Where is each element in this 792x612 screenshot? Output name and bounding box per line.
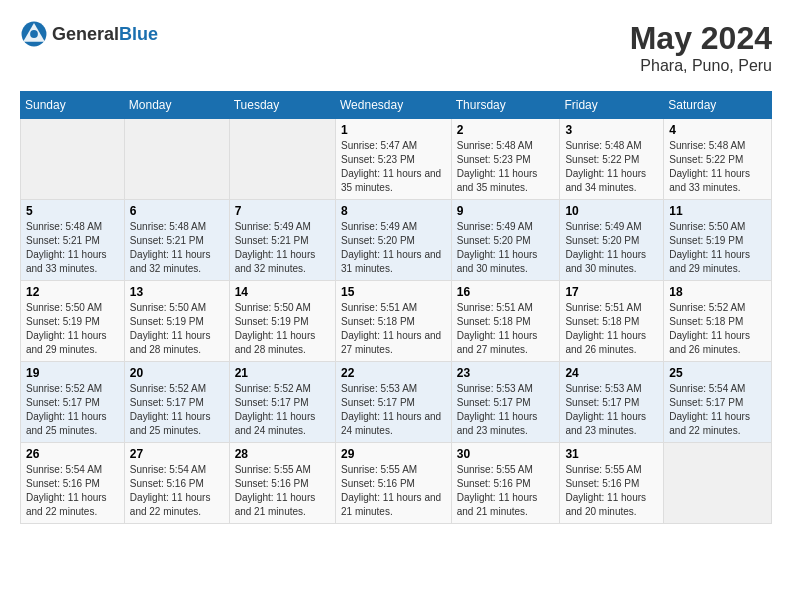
table-row: 2 Sunrise: 5:48 AMSunset: 5:23 PMDayligh… xyxy=(451,119,560,200)
calendar-week-row: 12 Sunrise: 5:50 AMSunset: 5:19 PMDaylig… xyxy=(21,281,772,362)
day-number: 17 xyxy=(565,285,658,299)
table-row: 16 Sunrise: 5:51 AMSunset: 5:18 PMDaylig… xyxy=(451,281,560,362)
day-info: Sunrise: 5:54 AMSunset: 5:16 PMDaylight:… xyxy=(26,463,119,519)
day-number: 23 xyxy=(457,366,555,380)
day-number: 18 xyxy=(669,285,766,299)
subtitle: Phara, Puno, Peru xyxy=(630,57,772,75)
day-info: Sunrise: 5:53 AMSunset: 5:17 PMDaylight:… xyxy=(341,382,446,438)
table-row: 27 Sunrise: 5:54 AMSunset: 5:16 PMDaylig… xyxy=(124,443,229,524)
table-row: 12 Sunrise: 5:50 AMSunset: 5:19 PMDaylig… xyxy=(21,281,125,362)
day-info: Sunrise: 5:48 AMSunset: 5:21 PMDaylight:… xyxy=(130,220,224,276)
day-info: Sunrise: 5:52 AMSunset: 5:17 PMDaylight:… xyxy=(130,382,224,438)
svg-point-2 xyxy=(30,30,38,38)
day-number: 25 xyxy=(669,366,766,380)
day-number: 6 xyxy=(130,204,224,218)
table-row: 1 Sunrise: 5:47 AMSunset: 5:23 PMDayligh… xyxy=(336,119,452,200)
day-info: Sunrise: 5:48 AMSunset: 5:21 PMDaylight:… xyxy=(26,220,119,276)
day-info: Sunrise: 5:50 AMSunset: 5:19 PMDaylight:… xyxy=(26,301,119,357)
table-row: 3 Sunrise: 5:48 AMSunset: 5:22 PMDayligh… xyxy=(560,119,664,200)
table-row: 4 Sunrise: 5:48 AMSunset: 5:22 PMDayligh… xyxy=(664,119,772,200)
table-row xyxy=(21,119,125,200)
table-row xyxy=(124,119,229,200)
day-number: 31 xyxy=(565,447,658,461)
table-row: 13 Sunrise: 5:50 AMSunset: 5:19 PMDaylig… xyxy=(124,281,229,362)
day-number: 29 xyxy=(341,447,446,461)
header-tuesday: Tuesday xyxy=(229,92,335,119)
day-number: 5 xyxy=(26,204,119,218)
table-row: 20 Sunrise: 5:52 AMSunset: 5:17 PMDaylig… xyxy=(124,362,229,443)
day-number: 2 xyxy=(457,123,555,137)
table-row: 26 Sunrise: 5:54 AMSunset: 5:16 PMDaylig… xyxy=(21,443,125,524)
day-number: 10 xyxy=(565,204,658,218)
table-row: 15 Sunrise: 5:51 AMSunset: 5:18 PMDaylig… xyxy=(336,281,452,362)
day-info: Sunrise: 5:51 AMSunset: 5:18 PMDaylight:… xyxy=(341,301,446,357)
day-number: 14 xyxy=(235,285,330,299)
table-row: 10 Sunrise: 5:49 AMSunset: 5:20 PMDaylig… xyxy=(560,200,664,281)
day-info: Sunrise: 5:49 AMSunset: 5:20 PMDaylight:… xyxy=(457,220,555,276)
table-row xyxy=(229,119,335,200)
table-row: 29 Sunrise: 5:55 AMSunset: 5:16 PMDaylig… xyxy=(336,443,452,524)
day-number: 8 xyxy=(341,204,446,218)
table-row: 8 Sunrise: 5:49 AMSunset: 5:20 PMDayligh… xyxy=(336,200,452,281)
calendar-week-row: 5 Sunrise: 5:48 AMSunset: 5:21 PMDayligh… xyxy=(21,200,772,281)
day-number: 15 xyxy=(341,285,446,299)
day-info: Sunrise: 5:48 AMSunset: 5:22 PMDaylight:… xyxy=(669,139,766,195)
table-row: 11 Sunrise: 5:50 AMSunset: 5:19 PMDaylig… xyxy=(664,200,772,281)
day-number: 9 xyxy=(457,204,555,218)
table-row: 17 Sunrise: 5:51 AMSunset: 5:18 PMDaylig… xyxy=(560,281,664,362)
day-info: Sunrise: 5:50 AMSunset: 5:19 PMDaylight:… xyxy=(669,220,766,276)
day-info: Sunrise: 5:51 AMSunset: 5:18 PMDaylight:… xyxy=(457,301,555,357)
header-sunday: Sunday xyxy=(21,92,125,119)
header-friday: Friday xyxy=(560,92,664,119)
day-info: Sunrise: 5:49 AMSunset: 5:20 PMDaylight:… xyxy=(341,220,446,276)
day-info: Sunrise: 5:55 AMSunset: 5:16 PMDaylight:… xyxy=(235,463,330,519)
calendar-week-row: 19 Sunrise: 5:52 AMSunset: 5:17 PMDaylig… xyxy=(21,362,772,443)
day-number: 21 xyxy=(235,366,330,380)
day-number: 26 xyxy=(26,447,119,461)
main-title: May 2024 xyxy=(630,20,772,57)
logo-icon xyxy=(20,20,48,48)
table-row: 6 Sunrise: 5:48 AMSunset: 5:21 PMDayligh… xyxy=(124,200,229,281)
day-info: Sunrise: 5:51 AMSunset: 5:18 PMDaylight:… xyxy=(565,301,658,357)
day-number: 20 xyxy=(130,366,224,380)
calendar-table: Sunday Monday Tuesday Wednesday Thursday… xyxy=(20,91,772,524)
table-row: 9 Sunrise: 5:49 AMSunset: 5:20 PMDayligh… xyxy=(451,200,560,281)
day-number: 30 xyxy=(457,447,555,461)
calendar-header-row: Sunday Monday Tuesday Wednesday Thursday… xyxy=(21,92,772,119)
day-info: Sunrise: 5:47 AMSunset: 5:23 PMDaylight:… xyxy=(341,139,446,195)
header-thursday: Thursday xyxy=(451,92,560,119)
day-number: 13 xyxy=(130,285,224,299)
day-number: 24 xyxy=(565,366,658,380)
page-header: GeneralBlue May 2024 Phara, Puno, Peru xyxy=(20,20,772,75)
calendar-week-row: 1 Sunrise: 5:47 AMSunset: 5:23 PMDayligh… xyxy=(21,119,772,200)
table-row: 28 Sunrise: 5:55 AMSunset: 5:16 PMDaylig… xyxy=(229,443,335,524)
table-row: 31 Sunrise: 5:55 AMSunset: 5:16 PMDaylig… xyxy=(560,443,664,524)
day-info: Sunrise: 5:52 AMSunset: 5:17 PMDaylight:… xyxy=(26,382,119,438)
day-info: Sunrise: 5:49 AMSunset: 5:21 PMDaylight:… xyxy=(235,220,330,276)
day-number: 16 xyxy=(457,285,555,299)
day-number: 1 xyxy=(341,123,446,137)
logo-text-general: General xyxy=(52,24,119,44)
day-number: 28 xyxy=(235,447,330,461)
day-info: Sunrise: 5:53 AMSunset: 5:17 PMDaylight:… xyxy=(565,382,658,438)
table-row: 22 Sunrise: 5:53 AMSunset: 5:17 PMDaylig… xyxy=(336,362,452,443)
table-row: 25 Sunrise: 5:54 AMSunset: 5:17 PMDaylig… xyxy=(664,362,772,443)
day-number: 27 xyxy=(130,447,224,461)
header-saturday: Saturday xyxy=(664,92,772,119)
table-row: 18 Sunrise: 5:52 AMSunset: 5:18 PMDaylig… xyxy=(664,281,772,362)
logo: GeneralBlue xyxy=(20,20,158,48)
day-number: 7 xyxy=(235,204,330,218)
day-number: 3 xyxy=(565,123,658,137)
day-info: Sunrise: 5:50 AMSunset: 5:19 PMDaylight:… xyxy=(130,301,224,357)
day-number: 19 xyxy=(26,366,119,380)
day-info: Sunrise: 5:52 AMSunset: 5:18 PMDaylight:… xyxy=(669,301,766,357)
day-info: Sunrise: 5:48 AMSunset: 5:22 PMDaylight:… xyxy=(565,139,658,195)
day-number: 4 xyxy=(669,123,766,137)
calendar-week-row: 26 Sunrise: 5:54 AMSunset: 5:16 PMDaylig… xyxy=(21,443,772,524)
logo-text-blue: Blue xyxy=(119,24,158,44)
table-row: 5 Sunrise: 5:48 AMSunset: 5:21 PMDayligh… xyxy=(21,200,125,281)
day-number: 22 xyxy=(341,366,446,380)
day-info: Sunrise: 5:53 AMSunset: 5:17 PMDaylight:… xyxy=(457,382,555,438)
table-row: 7 Sunrise: 5:49 AMSunset: 5:21 PMDayligh… xyxy=(229,200,335,281)
table-row xyxy=(664,443,772,524)
